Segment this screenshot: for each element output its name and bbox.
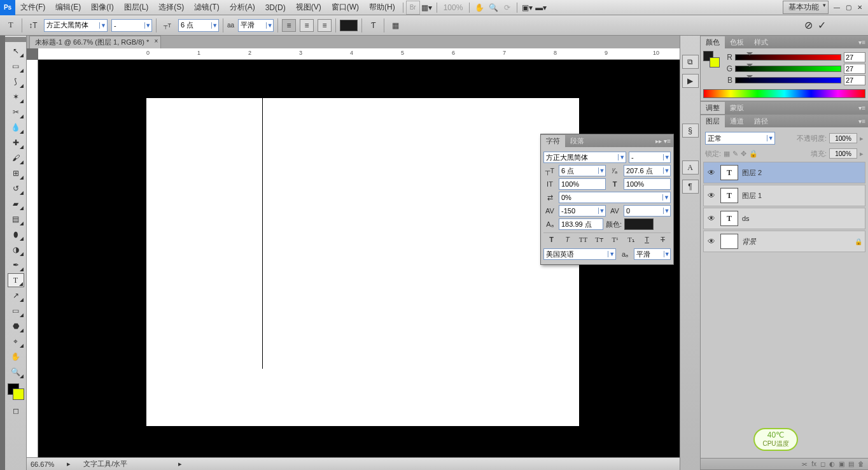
cancel-icon[interactable]: ⊘: [804, 19, 813, 31]
text-color-swatch[interactable]: [340, 20, 358, 31]
char-metrics-input[interactable]: [624, 207, 663, 215]
stamp-tool[interactable]: ⊞: [8, 166, 24, 180]
char-font-input[interactable]: [544, 153, 618, 161]
group-icon[interactable]: ▣: [839, 460, 844, 467]
text-orientation-icon[interactable]: ↕T: [26, 18, 40, 32]
layer-thumb[interactable]: T: [720, 188, 738, 203]
antialias-combo[interactable]: ▼: [238, 19, 274, 32]
bold-button[interactable]: T: [547, 236, 557, 244]
type-tool[interactable]: T: [8, 273, 24, 287]
superscript-button[interactable]: T¹: [610, 236, 620, 244]
fx-icon[interactable]: fx: [811, 460, 816, 467]
char-tracking-input[interactable]: [559, 194, 662, 201]
zoom-tool[interactable]: 🔍: [8, 365, 24, 379]
strike-button[interactable]: T: [658, 236, 668, 244]
r-slider[interactable]: [735, 54, 841, 61]
char-aa-input[interactable]: [634, 250, 664, 258]
font-style-input[interactable]: [112, 20, 144, 31]
hand-tool[interactable]: ✋: [8, 350, 24, 364]
opacity-flyout-icon[interactable]: ▸: [860, 134, 864, 143]
menu-image[interactable]: 图像(I): [86, 2, 118, 13]
maximize-button[interactable]: ▢: [844, 4, 853, 11]
smallcaps-button[interactable]: Tᴛ: [594, 236, 605, 244]
link-layers-icon[interactable]: ⫘: [801, 460, 808, 467]
menu-3d[interactable]: 3D(D): [260, 3, 291, 12]
adjustment-layer-icon[interactable]: ◐: [829, 460, 835, 467]
b-input[interactable]: [844, 75, 865, 85]
blend-mode-combo[interactable]: ▼: [705, 132, 775, 145]
layer-row[interactable]: 👁 T 图层 2: [703, 162, 865, 183]
clone-dock-icon[interactable]: §: [682, 124, 699, 138]
char-kerning-input[interactable]: [559, 207, 598, 215]
screen-mode-icon[interactable]: ▦▾: [420, 1, 434, 15]
tab-paragraph[interactable]: 段落: [565, 135, 589, 147]
panel-menu-icon[interactable]: ▸▸ ▾≡: [653, 138, 673, 145]
char-baseline-combo[interactable]: [559, 218, 603, 230]
layer-row[interactable]: 👁 T 图层 1: [703, 185, 865, 206]
quick-select-tool[interactable]: ✶: [8, 90, 24, 104]
move-tool[interactable]: ↖: [8, 44, 24, 58]
char-size-combo[interactable]: ▼: [559, 165, 606, 176]
tab-layers[interactable]: 图层: [701, 115, 725, 127]
visibility-icon[interactable]: 👁: [706, 214, 717, 223]
lock-all-icon[interactable]: 🔒: [749, 150, 758, 158]
char-metrics-combo[interactable]: ▼: [624, 205, 671, 217]
eraser-tool[interactable]: ▰: [8, 197, 24, 211]
history-dock-icon[interactable]: ⧉: [682, 55, 699, 69]
menu-edit[interactable]: 编辑(E): [50, 2, 86, 13]
b-slider[interactable]: [735, 77, 841, 83]
menu-help[interactable]: 帮助(H): [364, 2, 400, 13]
shape-tool[interactable]: ▭: [8, 304, 24, 318]
color-fg-bg[interactable]: [703, 51, 720, 68]
chevron-down-icon[interactable]: ▼: [767, 135, 774, 141]
status-arrow-icon[interactable]: ▸: [178, 460, 182, 468]
brush-tool[interactable]: 🖌: [8, 151, 24, 165]
tab-masks[interactable]: 蒙版: [725, 102, 749, 114]
chevron-down-icon[interactable]: ▼: [99, 22, 107, 29]
chevron-down-icon[interactable]: ▼: [144, 22, 151, 29]
char-style-combo[interactable]: ▼: [629, 152, 671, 163]
bg-swatch[interactable]: [710, 57, 720, 68]
subscript-button[interactable]: T₁: [626, 236, 636, 244]
chevron-down-icon[interactable]: ▼: [663, 208, 670, 214]
font-style-combo[interactable]: ▼: [111, 19, 152, 32]
chevron-down-icon[interactable]: ▼: [618, 154, 626, 160]
minimize-button[interactable]: —: [832, 4, 841, 11]
workspace-dropdown[interactable]: 基本功能: [783, 1, 829, 14]
char-font-combo[interactable]: ▼: [543, 152, 626, 163]
chevron-down-icon[interactable]: ▼: [663, 167, 670, 174]
heal-tool[interactable]: ✚: [8, 136, 24, 150]
menu-view[interactable]: 视图(V): [291, 2, 326, 13]
character-panel[interactable]: 字符 段落 ▸▸ ▾≡ ▼ ▼ ┬T ▼ ᴵ⁄ₐ ▼ IT T ⇄ ▼ AV ▼…: [540, 134, 674, 265]
char-vscale-input[interactable]: [559, 180, 605, 188]
align-right-button[interactable]: ≡: [318, 19, 332, 32]
rotate-view-icon[interactable]: ⟳: [500, 1, 514, 15]
font-size-combo[interactable]: ▼: [178, 19, 219, 32]
gradient-tool[interactable]: ▤: [8, 212, 24, 226]
char-color-swatch[interactable]: [624, 218, 654, 230]
char-style-input[interactable]: [629, 153, 663, 161]
char-hscale-input[interactable]: [624, 180, 670, 188]
hand-icon[interactable]: ✋: [472, 1, 486, 15]
commit-icon[interactable]: ✓: [818, 19, 826, 31]
chevron-down-icon[interactable]: ▼: [266, 22, 273, 29]
align-left-button[interactable]: ≡: [282, 19, 296, 32]
allcaps-button[interactable]: TT: [578, 236, 589, 244]
background-color[interactable]: [13, 388, 24, 400]
actions-dock-icon[interactable]: ▶: [682, 74, 699, 88]
menu-select[interactable]: 选择(S): [153, 2, 189, 13]
chevron-down-icon[interactable]: ▼: [663, 154, 670, 160]
crop-tool[interactable]: ✂: [8, 105, 24, 119]
menu-analysis[interactable]: 分析(A): [225, 2, 260, 13]
layer-row[interactable]: 👁 背景 🔒: [703, 231, 865, 252]
char-hscale-combo[interactable]: [624, 178, 671, 190]
blend-mode-input[interactable]: [706, 132, 767, 144]
chevron-down-icon[interactable]: ▼: [608, 251, 615, 257]
char-leading-input[interactable]: [624, 167, 663, 174]
chevron-down-icon[interactable]: ▼: [598, 167, 605, 174]
g-input[interactable]: [844, 64, 865, 74]
history-brush-tool[interactable]: ↺: [8, 182, 24, 196]
font-family-combo[interactable]: ▼: [44, 19, 108, 32]
char-aa-combo[interactable]: ▼: [634, 248, 671, 260]
mask-icon[interactable]: ◻: [820, 460, 825, 467]
